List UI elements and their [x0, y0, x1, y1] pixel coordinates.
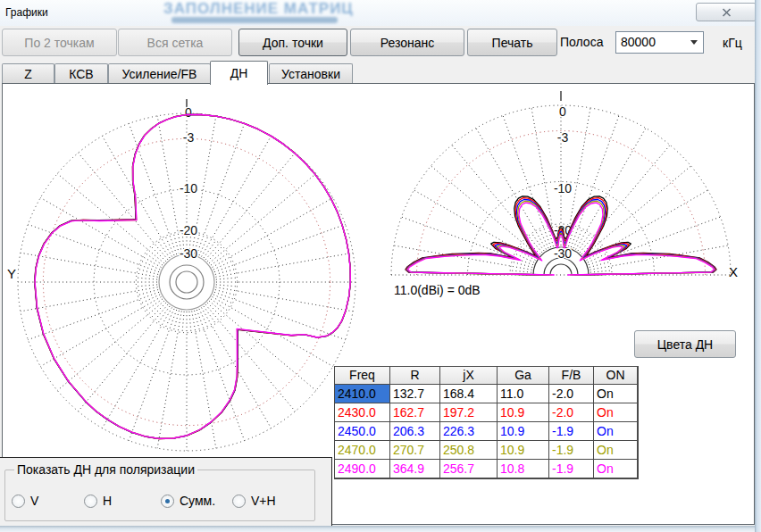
polarization-radio-1[interactable]: V: [12, 494, 38, 508]
band-unit-label: кГц: [723, 36, 742, 50]
polarization-area: Показать ДН для поляризации VHСумм.V+H: [0, 457, 332, 526]
radio-dot-icon: [165, 499, 170, 503]
table-cell[interactable]: 132.7: [390, 385, 440, 403]
table-header-cell: Ga: [498, 367, 549, 385]
toolbar-button-resonance[interactable]: Резонанс: [350, 29, 464, 56]
table-cell[interactable]: 2450.0: [335, 422, 390, 441]
radio-icon: [161, 495, 174, 508]
toolbar-button-two-points[interactable]: По 2 точкам: [2, 29, 117, 56]
table-cell[interactable]: 2490.0: [335, 460, 390, 478]
button-label: Доп. точки: [263, 36, 323, 50]
table-row: 2430.0162.7197.210.9-2.0On: [335, 403, 638, 422]
chevron-down-icon[interactable]: [690, 40, 698, 45]
window-right-edge: [755, 0, 761, 532]
band-value: 80000: [621, 35, 656, 49]
svg-text:0: 0: [185, 105, 192, 120]
svg-text:-10: -10: [180, 181, 197, 195]
table-header-cell: F/B: [549, 367, 594, 385]
window-title: Графики: [5, 6, 48, 19]
svg-text:-10: -10: [554, 181, 572, 195]
table-cell[interactable]: 256.7: [440, 460, 498, 478]
tab-z[interactable]: Z: [2, 63, 54, 83]
table-cell[interactable]: 168.4: [440, 385, 498, 403]
band-combobox[interactable]: 80000: [615, 31, 704, 54]
table-cell[interactable]: 10.9: [498, 422, 549, 441]
polarization-radio-3[interactable]: Сумм.: [161, 494, 215, 508]
table-cell[interactable]: -1.9: [549, 460, 594, 478]
elevation-axis-label: X: [729, 264, 738, 279]
table-header-row: FreqRjXGaF/BON: [335, 367, 638, 385]
frequency-table: FreqRjXGaF/BON2410.0132.7168.411.0-2.0On…: [334, 366, 639, 479]
table-cell[interactable]: On: [594, 422, 638, 441]
polarization-group-title: Показать ДН для поляризации: [14, 462, 197, 477]
tab-dn[interactable]: ДН: [210, 61, 268, 85]
table-cell[interactable]: 226.3: [440, 422, 498, 441]
title-bar: ЗАПОЛНЕНИЕ МАТРИЦ Графики: [0, 0, 755, 26]
radio-icon: [232, 495, 246, 508]
pattern-colors-button[interactable]: Цвета ДН: [634, 330, 736, 358]
table-cell[interactable]: 2430.0: [335, 403, 390, 422]
svg-text:0: 0: [559, 104, 566, 119]
polarization-radio-2[interactable]: H: [84, 494, 112, 508]
table-cell[interactable]: 10.8: [498, 460, 549, 478]
svg-text:-20: -20: [180, 223, 197, 237]
svg-text:-30: -30: [554, 246, 572, 261]
close-icon: [722, 8, 732, 17]
table-cell[interactable]: 364.9: [390, 460, 440, 478]
table-cell[interactable]: -2.0: [549, 403, 594, 422]
polarization-radio-4[interactable]: V+H: [232, 494, 276, 508]
tab-label: Установки: [281, 67, 340, 81]
window-bottom-edge: [0, 526, 755, 532]
table-cell[interactable]: 2410.0: [335, 385, 390, 403]
table-cell[interactable]: 11.0: [498, 385, 549, 403]
radio-label: V: [30, 494, 38, 508]
table-cell[interactable]: 270.7: [390, 441, 440, 460]
table-row: 2470.0270.7250.810.9-1.9On: [335, 441, 638, 460]
radio-label: H: [103, 494, 112, 508]
table-cell[interactable]: On: [594, 441, 638, 460]
band-label: Полоса: [560, 35, 603, 49]
button-label: Печать: [492, 36, 533, 50]
table-cell[interactable]: 250.8: [440, 441, 498, 460]
table-cell[interactable]: -1.9: [549, 441, 594, 460]
button-label: Резонанс: [380, 36, 435, 50]
tab-label: Усиление/FB: [122, 67, 197, 81]
close-button[interactable]: [696, 3, 757, 21]
graphs-window: ЗАПОЛНЕНИЕ МАТРИЦ Графики По 2 точкам Вс…: [0, 0, 761, 532]
azimuth-axis-label: Y: [7, 266, 16, 281]
table-header-cell: jX: [440, 367, 498, 385]
svg-text:-3: -3: [557, 130, 569, 145]
svg-text:-3: -3: [183, 130, 195, 145]
radio-label: Сумм.: [180, 494, 215, 508]
scale-annotation: 11.0(dBi) = 0dB: [394, 283, 481, 297]
svg-text:-30: -30: [180, 246, 197, 261]
tab-gain-fb[interactable]: Усиление/FB: [108, 63, 211, 83]
toolbar-button-extra-points[interactable]: Доп. точки: [238, 29, 347, 56]
table-cell[interactable]: On: [594, 460, 638, 478]
table-cell[interactable]: 162.7: [390, 403, 440, 422]
table-header-cell: R: [390, 367, 440, 385]
tab-ksv[interactable]: КСВ: [54, 63, 108, 83]
tab-settings[interactable]: Установки: [269, 63, 353, 83]
table-cell[interactable]: -1.9: [549, 422, 594, 441]
background-window-text: ЗАПОЛНЕНИЕ МАТРИЦ: [163, 0, 354, 18]
table-row: 2410.0132.7168.411.0-2.0On: [335, 385, 638, 403]
table-header-cell: ON: [594, 367, 638, 385]
table-cell[interactable]: On: [594, 403, 638, 422]
tab-label: ДН: [230, 66, 248, 80]
table-cell[interactable]: 2470.0: [335, 441, 390, 460]
radio-icon: [12, 495, 25, 508]
table-header-cell: Freq: [335, 367, 390, 385]
toolbar-button-whole-grid[interactable]: Вся сетка: [118, 29, 232, 56]
table-cell[interactable]: -2.0: [549, 385, 594, 403]
table-row: 2450.0206.3226.310.9-1.9On: [335, 422, 638, 441]
table-cell[interactable]: 206.3: [390, 422, 440, 441]
button-label: По 2 точкам: [24, 36, 94, 50]
table-cell[interactable]: 10.9: [498, 441, 549, 460]
table-cell[interactable]: 197.2: [440, 403, 498, 422]
table-cell[interactable]: 10.9: [498, 403, 549, 422]
polarization-groupbox: Показать ДН для поляризации VHСумм.V+H: [4, 470, 315, 521]
toolbar-button-print[interactable]: Печать: [467, 29, 557, 56]
table-row: 2490.0364.9256.710.8-1.9On: [335, 460, 638, 478]
table-cell[interactable]: On: [594, 385, 638, 403]
